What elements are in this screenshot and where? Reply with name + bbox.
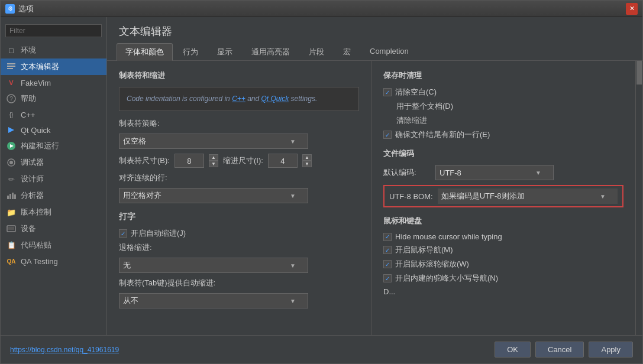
ensure-newline-row: 确保文件结尾有新的一行(E) (383, 129, 623, 140)
cpp-icon: {} (7, 110, 16, 119)
nav-mouse-checkbox[interactable] (383, 246, 392, 254)
sidebar-item-designer[interactable]: ✏ 设计师 (1, 171, 106, 187)
tab-general-highlighter[interactable]: 通用高亮器 (243, 43, 299, 60)
note-text2: settings. (289, 95, 317, 103)
sidebar-item-cpp[interactable]: {} C++ (1, 107, 106, 122)
indent-section-title: 制表符和缩进 (119, 70, 359, 81)
right-panel: 文本编辑器 字体和颜色 行为 显示 通用高亮器 片段 宏 Completion … (107, 17, 642, 335)
sidebar-item-qa-testing[interactable]: QA QA Testing (1, 254, 106, 269)
tab-size-spinners: ▲ ▼ (209, 154, 218, 167)
indent-size-input[interactable] (268, 154, 298, 168)
svg-text:?: ? (9, 96, 13, 102)
indent-section: 制表符和缩进 Code indentation is configured in… (119, 70, 359, 203)
clean-whitespace-label: 清除空白(C) (395, 87, 437, 98)
sidebar-item-build-run[interactable]: 构建和运行 (1, 138, 106, 154)
sidebar-item-analyzer[interactable]: 分析器 (1, 187, 106, 204)
svg-rect-15 (8, 227, 14, 230)
sidebar-item-help[interactable]: ? 帮助 (1, 90, 106, 107)
sidebar-item-label: 分析器 (21, 190, 44, 201)
svg-point-9 (9, 161, 13, 164)
ensure-newline-checkbox[interactable] (383, 131, 392, 139)
typing-section: 打字 开启自动缩进(J) 退格缩进: 无 ▼ (119, 212, 359, 308)
camel-nav-checkbox[interactable] (383, 274, 392, 282)
window-title: 选项 (18, 4, 34, 14)
help-icon: ? (7, 94, 16, 103)
svg-rect-1 (7, 66, 15, 67)
tab-font-color[interactable]: 字体和颜色 (117, 43, 173, 61)
bom-row: UTF-8 BOM: 如果编码是UTF-8则添加 ▼ (383, 185, 623, 207)
sidebar-item-label: 设计师 (21, 174, 44, 184)
tab-auto-dropdown[interactable]: 从不 ▼ (119, 293, 308, 308)
indent-size-up[interactable]: ▲ (302, 154, 312, 161)
align-label-row: 对齐连续的行: (119, 173, 359, 183)
bom-dropdown[interactable]: 如果编码是UTF-8则添加 ▼ (438, 188, 618, 204)
clean-indent-row: 清除缩进 (396, 115, 623, 126)
cpp-link[interactable]: C++ (232, 95, 245, 103)
debugger-icon (7, 158, 16, 167)
nav-mouse-row: 开启鼠标导航(M) (383, 245, 623, 255)
encoding-title: 文件编码 (383, 148, 623, 159)
tab-completion[interactable]: Completion (361, 43, 418, 60)
bottom-buttons: OK Cancel Apply (495, 342, 633, 358)
csdn-link[interactable]: https://blog.csdn.net/qq_41961619 (10, 346, 119, 354)
tab-policy-row: 制表符策略: (119, 118, 359, 129)
default-encoding-arrow-icon: ▼ (535, 170, 541, 176)
filter-input[interactable] (5, 24, 102, 37)
sidebar-item-label: 版本控制 (21, 207, 51, 217)
sidebar-item-label: 调试器 (21, 157, 44, 168)
tab-macro[interactable]: 宏 (334, 43, 360, 60)
scroll-zoom-checkbox[interactable] (383, 260, 392, 268)
tab-behavior[interactable]: 行为 (174, 43, 207, 60)
sidebar-item-debugger[interactable]: 调试器 (1, 154, 106, 171)
tab-snippets[interactable]: 片段 (300, 43, 333, 60)
scroll-thumb[interactable] (636, 61, 642, 84)
tab-size-up[interactable]: ▲ (209, 154, 218, 161)
sidebar-item-label: C++ (21, 110, 35, 119)
sidebar-item-code-paste[interactable]: 📋 代码粘贴 (1, 237, 106, 254)
sidebar-item-environment[interactable]: □ 环境 (1, 42, 106, 58)
bottom-bar: https://blog.csdn.net/qq_41961619 OK Can… (1, 335, 642, 363)
camel-nav-label: 开启内建的驼峰大小写导航(N) (395, 273, 498, 284)
right-column: 保存时清理 清除空白(C) 用于整个文档(D) 清除缩进 (371, 61, 635, 335)
cancel-button[interactable]: Cancel (535, 342, 584, 358)
clean-whitespace-checkbox[interactable] (383, 88, 392, 96)
indent-size-down[interactable]: ▼ (302, 161, 312, 167)
app-icon: ⚙ (5, 4, 15, 14)
default-encoding-dropdown[interactable]: UTF-8 ▼ (435, 165, 554, 180)
sidebar-item-qt-quick[interactable]: Qt Quick (1, 122, 106, 138)
tab-policy-dropdown[interactable]: 仅空格 ▼ (119, 134, 308, 149)
tab-size-input[interactable] (175, 154, 204, 168)
tab-display[interactable]: 显示 (208, 43, 241, 60)
sidebar-item-fakevim[interactable]: V FakeVim (1, 75, 106, 90)
hide-mouse-checkbox[interactable] (383, 233, 392, 241)
svg-rect-0 (7, 63, 15, 64)
ensure-newline-label: 确保文件结尾有新的一行(E) (395, 129, 490, 140)
more-row: D... (383, 287, 623, 296)
ok-button[interactable]: OK (495, 342, 531, 358)
auto-indent-checkbox[interactable] (119, 229, 127, 238)
sidebar-item-label: 构建和运行 (21, 141, 59, 151)
auto-indent-label: 开启自动缩进(J) (131, 228, 186, 239)
sidebar-item-text-editor[interactable]: 文本编辑器 (1, 58, 106, 75)
tab-auto-value: 从不 (123, 295, 138, 306)
qt-quick-link[interactable]: Qt Quick (261, 95, 289, 103)
sidebar-item-device[interactable]: 设备 (1, 220, 106, 237)
more-label: D... (383, 287, 395, 296)
scroll-zoom-label: 开启鼠标滚轮缩放(W) (395, 259, 469, 269)
align-dropdown-arrow-icon: ▼ (290, 193, 296, 199)
scrollbar[interactable] (635, 61, 642, 335)
nav-mouse-label: 开启鼠标导航(M) (395, 245, 453, 255)
close-button[interactable]: ✕ (626, 3, 638, 15)
backspace-label: 退格缩进: (119, 242, 166, 253)
clean-doc-row: 用于整个文档(D) (396, 101, 623, 112)
apply-button[interactable]: Apply (589, 342, 633, 358)
backspace-dropdown-arrow-icon: ▼ (290, 262, 296, 269)
sidebar: □ 环境 文本编辑器 V FakeVim (1, 17, 107, 335)
sidebar-item-version-control[interactable]: 📁 版本控制 (1, 204, 106, 220)
align-dropdown[interactable]: 用空格对齐 ▼ (119, 188, 308, 203)
note-mid: and (245, 95, 261, 103)
backspace-dropdown[interactable]: 无 ▼ (119, 258, 308, 273)
tab-size-down[interactable]: ▼ (209, 161, 218, 167)
default-encoding-value: UTF-8 (440, 168, 461, 177)
version-control-icon: 📁 (7, 207, 16, 217)
